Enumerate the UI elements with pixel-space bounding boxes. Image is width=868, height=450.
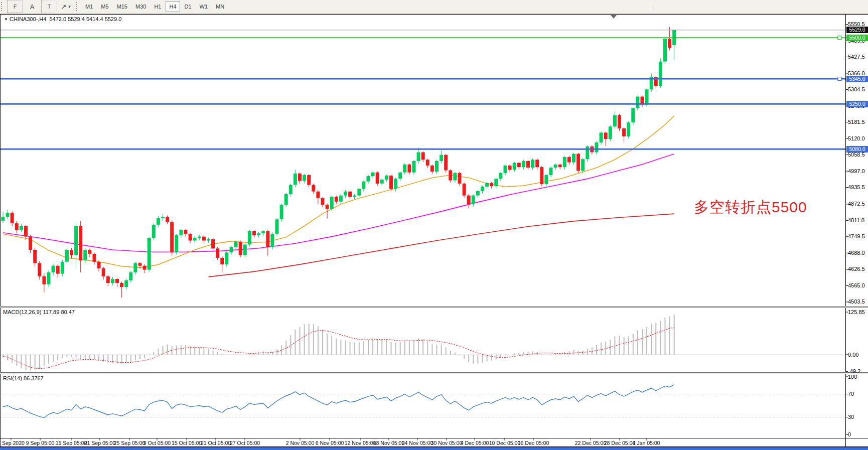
ohlc-low: 5414.4	[86, 16, 103, 22]
macd-tick-label: 125.85	[848, 309, 865, 315]
candle	[540, 166, 543, 186]
candle	[152, 223, 156, 240]
price-level-badge: 5250.0	[846, 101, 868, 107]
date-tick-label: 16 Dec 05:00	[518, 440, 549, 446]
date-tick-label: 28 Dec 05:00	[604, 440, 635, 446]
date-tick-label: 21 Oct 05:00	[201, 440, 231, 446]
price-tick-label: 5181.5	[848, 119, 865, 125]
trading-app-window: { "toolbar": { "tools": [ {"name": "fibo…	[0, 0, 868, 450]
chart-title: ▼ CHINA300-,H4 5472.0 5529.4 5414.4 5529…	[4, 16, 121, 22]
date-tick-label: 12 Nov 05:00	[345, 440, 376, 446]
candle	[148, 237, 151, 272]
date-tick-label: 2 Nov 05:00	[286, 440, 315, 446]
date-tick-label: 30 Nov 05:00	[431, 440, 462, 446]
date-tick-label: 15 Sep 05:00	[56, 440, 87, 446]
price-tick-label: 5550.5	[848, 21, 865, 27]
chart-symbol: CHINA300-,H4	[10, 16, 46, 22]
price-tick-label: 4935.5	[848, 184, 865, 190]
date-tick-label: 10 Dec 05:00	[489, 440, 520, 446]
candle	[248, 230, 251, 246]
date-tick-label: 21 Sep 05:00	[84, 440, 115, 446]
candle	[444, 154, 448, 173]
ohlc-open: 5472.0	[49, 16, 66, 22]
date-tick-label: 27 Oct 05:00	[230, 440, 260, 446]
date-tick-label: 22 Dec 05:00	[575, 440, 606, 446]
candle	[389, 175, 393, 191]
ohlc-close: 5529.0	[105, 16, 122, 22]
price-tick-label: 4811.0	[848, 217, 864, 223]
price-tick-label: 4997.0	[848, 168, 865, 174]
date-tick-label: 9 Sep 05:00	[26, 440, 55, 446]
candle	[618, 114, 621, 130]
collapse-arrow-icon[interactable]: ▼	[4, 17, 8, 22]
rsi-indicator-label: RSI(14) 86.3767	[3, 375, 44, 381]
candle	[239, 241, 242, 257]
price-tick-label: 4565.0	[848, 282, 865, 288]
rsi-value: 86.3767	[24, 375, 44, 381]
macd-main-value: 117.89	[43, 309, 59, 315]
price-tick-label: 4503.5	[848, 298, 865, 305]
macd-tick-label: 0.00	[848, 352, 858, 358]
chart-text-annotation[interactable]: 多空转折点5500	[694, 197, 807, 218]
date-tick-label: 25 Sep 05:00	[114, 440, 145, 446]
candle	[659, 58, 662, 88]
date-tick-label: 24 Nov 05:00	[402, 440, 433, 446]
candle	[270, 232, 274, 249]
date-tick-label: 18 Nov 05:00	[373, 440, 404, 446]
price-tick-label: 4749.5	[848, 233, 865, 239]
price-tick-label: 4626.5	[848, 266, 865, 272]
macd-name: MACD(12,26,9)	[3, 309, 41, 315]
candle	[663, 38, 667, 64]
macd-signal-value: 80.47	[61, 309, 75, 315]
chart-canvas[interactable]	[0, 0, 868, 450]
date-tick-label: 15 Oct 05:00	[172, 440, 202, 446]
price-level-badge: 5500.0	[846, 35, 868, 41]
price-tick-label: 5427.5	[848, 54, 865, 60]
rsi-name: RSI(14)	[3, 375, 22, 381]
date-tick-label: 3 Sep 2020	[0, 440, 25, 446]
candle	[275, 218, 279, 236]
ohlc-high: 5529.4	[68, 16, 85, 22]
candle	[65, 248, 69, 264]
price-level-badge: 5080.0	[846, 146, 868, 153]
rsi-tick-label: 100	[848, 374, 857, 380]
price-level-badge: 5345.0	[846, 76, 868, 82]
candle	[170, 220, 174, 256]
candle	[175, 234, 178, 254]
rsi-tick-label: 30	[848, 414, 854, 420]
candle	[609, 125, 612, 141]
window-bottom-edge	[0, 447, 868, 450]
price-tick-label: 4872.5	[848, 201, 865, 207]
rsi-tick-label: 0	[848, 431, 851, 437]
macd-indicator-label: MACD(12,26,9) 117.89 80.47	[3, 309, 75, 315]
candle	[280, 204, 283, 222]
hline-handle[interactable]	[838, 36, 841, 40]
date-tick-label: 4 Jan 05:00	[633, 440, 660, 446]
candle	[631, 107, 635, 125]
price-level-badge: 5529.0	[846, 27, 868, 33]
candle	[586, 145, 589, 162]
price-tick-label: 5058.5	[848, 152, 865, 158]
hline-handle[interactable]	[838, 77, 841, 81]
date-tick-label: 9 Oct 05:00	[143, 440, 171, 446]
candle	[576, 153, 580, 173]
date-tick-label: 6 Nov 05:00	[316, 440, 344, 446]
candle	[627, 121, 630, 138]
rsi-tick-label: 70	[848, 391, 854, 397]
price-tick-label: 5120.0	[848, 135, 865, 141]
date-tick-label: 4 Dec 05:00	[461, 440, 489, 446]
price-tick-label: 4688.0	[848, 250, 865, 256]
price-tick-label: 5304.5	[848, 86, 865, 92]
